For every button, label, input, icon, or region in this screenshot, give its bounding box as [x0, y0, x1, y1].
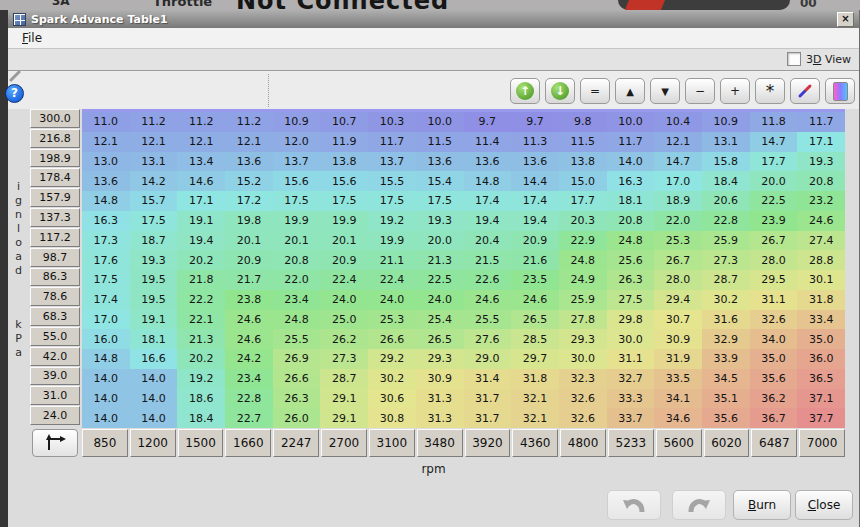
table-cell[interactable]: 21.5 [464, 250, 512, 270]
table-cell[interactable]: 35.1 [702, 389, 750, 409]
table-cell[interactable]: 20.8 [797, 171, 845, 191]
table-cell[interactable]: 13.6 [416, 152, 464, 172]
table-cell[interactable]: 13.6 [511, 152, 559, 172]
table-cell[interactable]: 25.3 [368, 310, 416, 330]
table-cell[interactable]: 34.0 [750, 329, 798, 349]
table-cell[interactable]: 22.0 [273, 270, 321, 290]
table-cell[interactable]: 30.1 [797, 270, 845, 290]
table-cell[interactable]: 17.7 [750, 152, 798, 172]
table-cell[interactable]: 11.3 [511, 132, 559, 152]
table-cell[interactable]: 19.9 [368, 231, 416, 251]
table-cell[interactable]: 9.8 [559, 112, 607, 132]
table-cell[interactable]: 14.7 [750, 132, 798, 152]
table-cell[interactable]: 17.2 [225, 191, 273, 211]
table-cell[interactable]: 20.0 [750, 171, 798, 191]
table-cell[interactable]: 17.5 [130, 211, 178, 231]
table-cell[interactable]: 21.6 [511, 250, 559, 270]
table-cell[interactable]: 27.5 [607, 290, 655, 310]
x-axis-header[interactable]: 1660 [225, 429, 271, 457]
add-button[interactable]: + [720, 78, 750, 104]
x-axis-header[interactable]: 5600 [656, 429, 702, 457]
y-axis-header[interactable]: 86.3 [30, 268, 80, 287]
x-axis-header[interactable]: 6487 [751, 429, 797, 457]
table-cell[interactable]: 14.0 [82, 369, 130, 389]
x-axis-header[interactable]: 7000 [799, 429, 845, 457]
table-cell[interactable]: 14.8 [464, 171, 512, 191]
table-cell[interactable]: 13.8 [320, 152, 368, 172]
table-cell[interactable]: 31.7 [464, 389, 512, 409]
table-cell[interactable]: 9.7 [464, 112, 512, 132]
table-cell[interactable]: 17.1 [177, 191, 225, 211]
table-cell[interactable]: 24.0 [368, 290, 416, 310]
table-cell[interactable]: 23.5 [511, 270, 559, 290]
x-axis-header[interactable]: 3480 [417, 429, 463, 457]
table-cell[interactable]: 26.7 [750, 231, 798, 251]
table-cell[interactable]: 11.9 [320, 132, 368, 152]
table-cell[interactable]: 25.9 [702, 231, 750, 251]
table-cell[interactable]: 15.6 [273, 171, 321, 191]
table-cell[interactable]: 11.5 [416, 132, 464, 152]
table-cell[interactable]: 11.7 [368, 132, 416, 152]
table-cell[interactable]: 19.4 [177, 231, 225, 251]
y-axis-header[interactable]: 55.0 [30, 327, 80, 346]
table-cell[interactable]: 25.9 [559, 290, 607, 310]
table-cell[interactable]: 33.5 [654, 369, 702, 389]
undo-button[interactable] [607, 490, 661, 520]
table-cell[interactable]: 28.7 [702, 270, 750, 290]
set-equal-button[interactable]: = [580, 78, 610, 104]
table-cell[interactable]: 24.8 [273, 310, 321, 330]
table-cell[interactable]: 33.9 [702, 349, 750, 369]
table-cell[interactable]: 13.6 [82, 171, 130, 191]
table-cell[interactable]: 24.8 [607, 231, 655, 251]
table-cell[interactable]: 22.5 [416, 270, 464, 290]
table-cell[interactable]: 18.7 [130, 231, 178, 251]
table-cell[interactable]: 30.7 [654, 310, 702, 330]
table-cell[interactable]: 12.1 [82, 132, 130, 152]
table-cell[interactable]: 17.3 [82, 231, 130, 251]
table-cell[interactable]: 14.7 [654, 152, 702, 172]
table-cell[interactable]: 23.4 [225, 369, 273, 389]
table-cell[interactable]: 17.4 [464, 191, 512, 211]
table-cell[interactable]: 23.8 [225, 290, 273, 310]
y-axis-header[interactable]: 157.9 [30, 188, 80, 207]
table-cell[interactable]: 19.1 [177, 211, 225, 231]
table-cell[interactable]: 32.6 [750, 310, 798, 330]
table-cell[interactable]: 15.5 [368, 171, 416, 191]
table-cell[interactable]: 21.3 [416, 250, 464, 270]
x-axis-header[interactable]: 3920 [465, 429, 511, 457]
table-cell[interactable]: 24.6 [797, 211, 845, 231]
close-button[interactable]: Close [795, 490, 853, 520]
table-cell[interactable]: 35.0 [750, 349, 798, 369]
table-cell[interactable]: 19.2 [177, 369, 225, 389]
table-cell[interactable]: 25.5 [273, 329, 321, 349]
table-cell[interactable]: 28.8 [797, 250, 845, 270]
edit-button[interactable] [790, 78, 820, 104]
y-axis-header[interactable]: 117.2 [30, 228, 80, 247]
table-cell[interactable]: 10.3 [368, 112, 416, 132]
table-cell[interactable]: 20.8 [273, 250, 321, 270]
table-cell[interactable]: 24.6 [225, 329, 273, 349]
table-cell[interactable]: 34.6 [654, 408, 702, 428]
table-cell[interactable]: 14.0 [130, 369, 178, 389]
table-cell[interactable]: 27.6 [464, 329, 512, 349]
table-cell[interactable]: 12.0 [273, 132, 321, 152]
y-axis-header[interactable]: 216.8 [30, 129, 80, 148]
table-cell[interactable]: 32.9 [702, 329, 750, 349]
x-axis-header[interactable]: 1500 [178, 429, 224, 457]
table-cell[interactable]: 9.7 [511, 112, 559, 132]
table-cell[interactable]: 22.6 [464, 270, 512, 290]
table-cell[interactable]: 30.9 [416, 369, 464, 389]
table-cell[interactable]: 17.7 [559, 191, 607, 211]
table-cell[interactable]: 17.6 [82, 250, 130, 270]
table-cell[interactable]: 18.6 [177, 389, 225, 409]
table-cell[interactable]: 13.4 [177, 152, 225, 172]
table-cell[interactable]: 26.6 [368, 329, 416, 349]
table-cell[interactable]: 22.8 [702, 211, 750, 231]
table-cell[interactable]: 17.5 [416, 191, 464, 211]
table-cell[interactable]: 21.3 [177, 329, 225, 349]
table-cell[interactable]: 15.0 [559, 171, 607, 191]
axis-swap-button[interactable] [32, 429, 78, 457]
x-axis-header[interactable]: 2247 [273, 429, 319, 457]
table-cell[interactable]: 17.4 [511, 191, 559, 211]
table-cell[interactable]: 24.6 [225, 310, 273, 330]
